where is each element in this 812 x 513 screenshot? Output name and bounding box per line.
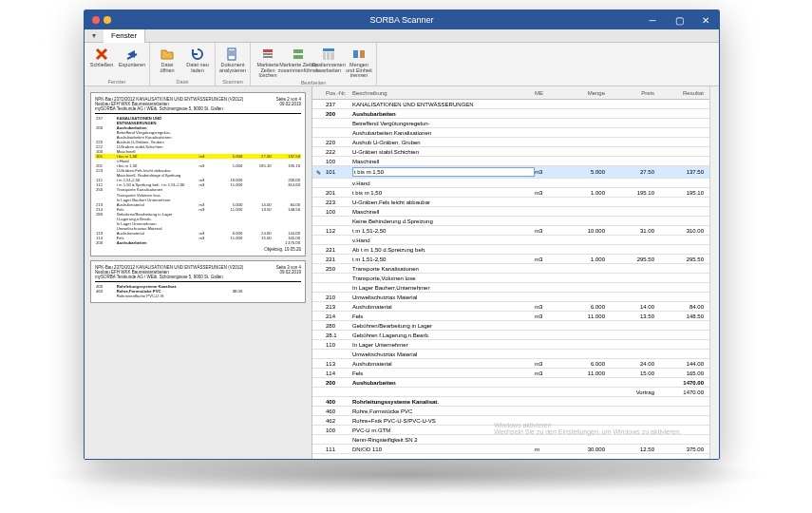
- cell-desc[interactable]: Transporte Kanalisationen: [350, 266, 535, 272]
- cell-me[interactable]: m3: [535, 190, 561, 196]
- cell-resultat[interactable]: 310.00: [660, 228, 709, 234]
- cell-desc[interactable]: [350, 167, 535, 177]
- cell-desc[interactable]: Aushubarbeiten: [350, 380, 535, 386]
- grid-row[interactable]: Umweltschutztax Material: [312, 350, 709, 359]
- col-desc[interactable]: Beschreibung: [350, 90, 535, 96]
- cell-desc[interactable]: Ab t m 1,50 d.Spreizung beh.: [350, 247, 535, 253]
- cell-menge[interactable]: 6.000: [561, 304, 611, 310]
- grid-row[interactable]: Nenn-Ringsteifigkeit SN 2: [312, 435, 709, 445]
- grid-row[interactable]: 201t bis m 1,50m31.000195.10195.10: [312, 188, 709, 198]
- col-pos[interactable]: Pos.-Nr.: [324, 90, 350, 96]
- cell-desc[interactable]: U-Gräben stabil.Schichten: [350, 149, 535, 155]
- cell-pos[interactable]: 110: [324, 342, 350, 348]
- grid-row[interactable]: Keine Behinderung d.Spreizung: [312, 217, 709, 226]
- cell-desc[interactable]: v.Hand: [350, 238, 535, 243]
- cell-pos[interactable]: 221: [324, 256, 350, 262]
- cell-menge[interactable]: 11.000: [561, 314, 611, 319]
- grid-row[interactable]: ✎101m35.00027.50137.50: [312, 166, 709, 179]
- spaltennamen-bearbeiten-button[interactable]: Spaltennamen bearbeiten: [315, 45, 342, 79]
- cell-desc[interactable]: t m 1,51-2,50: [350, 228, 535, 234]
- mengen-einheit-trennen-button[interactable]: Mengen und Einheit trennen: [346, 45, 372, 79]
- cell-pos[interactable]: 114: [324, 370, 350, 376]
- grid-row[interactable]: 400Rohrleitungssysteme Kanalisat.: [312, 397, 709, 407]
- cell-desc[interactable]: DN/OD 110: [350, 446, 535, 452]
- cell-pos[interactable]: 111: [324, 446, 350, 452]
- cell-desc[interactable]: Umweltschutztax Material: [350, 352, 535, 357]
- cell-desc[interactable]: Rohrleitungssysteme Kanalisat.: [350, 399, 535, 405]
- cell-preis[interactable]: 24.00: [611, 361, 660, 367]
- col-preis[interactable]: Preis: [611, 90, 660, 96]
- cell-me[interactable]: m3: [535, 228, 561, 234]
- grid-row[interactable]: Transporte,Volumen lose: [312, 274, 709, 283]
- cell-desc[interactable]: U-Gräben,Fels leicht abbaubar: [350, 200, 535, 205]
- grid-row[interactable]: Aushubarbeiten Kanalisationen: [312, 128, 709, 138]
- cell-desc[interactable]: Fels: [350, 370, 535, 376]
- cell-resultat[interactable]: 375.00: [660, 446, 709, 452]
- cell-pos[interactable]: 221: [324, 247, 350, 253]
- page-thumbnail-1[interactable]: NPK-Bau 237D/2012 KANALISATIONEN UND ENT…: [90, 92, 306, 256]
- cell-desc[interactable]: In Lager Unternehmer: [350, 342, 535, 348]
- cell-desc[interactable]: Aushubarbeiten Kanalisationen: [350, 130, 535, 136]
- cell-me[interactable]: m3: [535, 361, 561, 367]
- cell-preis[interactable]: 31.00: [611, 228, 660, 234]
- grid-row[interactable]: 237KANALISATIONEN UND ENTWÄSSERUNGEN: [312, 100, 709, 109]
- cell-desc[interactable]: t m 1,51-2,50: [350, 256, 535, 262]
- cell-menge[interactable]: 1.000: [561, 256, 611, 262]
- grid-row[interactable]: Betreffend Vergütungsregelun-: [312, 119, 709, 128]
- cell-me[interactable]: m3: [535, 256, 561, 262]
- grid-row[interactable]: 200Aushubarbeiten: [312, 109, 709, 119]
- cell-desc[interactable]: Aushubmaterial: [350, 304, 535, 310]
- schliessen-button[interactable]: Schließen: [88, 45, 115, 78]
- col-menge[interactable]: Menge: [561, 90, 611, 96]
- grid-row[interactable]: 214Felsm311.00013.50148.50: [312, 312, 709, 321]
- cell-pos[interactable]: 400: [324, 399, 350, 405]
- cell-pos[interactable]: 100: [324, 159, 350, 164]
- cell-pos[interactable]: 220: [324, 140, 350, 145]
- exportieren-button[interactable]: Exportieren: [119, 45, 145, 78]
- cell-pos[interactable]: 223: [324, 200, 350, 205]
- cell-desc[interactable]: Aushubarbeiten: [350, 111, 535, 117]
- vertical-scrollbar[interactable]: [709, 86, 719, 459]
- cell-desc[interactable]: KANALISATIONEN UND ENTWÄSSERUNGEN: [350, 102, 535, 107]
- cell-resultat[interactable]: 144.00: [660, 361, 709, 367]
- cell-menge[interactable]: 30.000: [561, 446, 611, 452]
- cell-pos[interactable]: 460: [324, 408, 350, 414]
- cell-menge[interactable]: 10.000: [561, 228, 611, 234]
- cell-desc[interactable]: Fels: [350, 314, 535, 319]
- grid-row[interactable]: v.Hand: [312, 179, 709, 188]
- cell-pos[interactable]: 237: [324, 102, 350, 107]
- cell-resultat[interactable]: 165.00: [660, 370, 709, 376]
- cell-preis[interactable]: 195.10: [611, 190, 660, 196]
- grid-row[interactable]: 250Transporte Kanalisationen: [312, 264, 709, 274]
- cell-desc[interactable]: v.Hand: [350, 180, 535, 186]
- grid-row[interactable]: 223U-Gräben,Fels leicht abbaubar: [312, 198, 709, 207]
- cell-preis[interactable]: Vortrag: [611, 390, 660, 395]
- cell-menge[interactable]: 5.000: [561, 169, 611, 175]
- grid-row[interactable]: 460Rohre,Formstücke PVC: [312, 407, 709, 416]
- col-resultat[interactable]: Resultat: [660, 90, 709, 96]
- grid-row[interactable]: 220Aushub U-Gräben, Gruben: [312, 138, 709, 147]
- cell-preis[interactable]: 13.50: [611, 314, 660, 319]
- cell-desc[interactable]: Keine Behinderung d.Spreizung: [350, 218, 535, 224]
- datei-neu-laden-button[interactable]: Datei neu laden: [184, 45, 211, 78]
- cell-pos[interactable]: 100: [324, 209, 350, 215]
- grid-row[interactable]: 28.1Gebühren f.Lagerung,n.Bearb.: [312, 331, 709, 340]
- grid-row[interactable]: In Lager Bauherr,Unternehmer: [312, 283, 709, 293]
- close-dot[interactable]: [92, 16, 100, 24]
- cell-resultat[interactable]: 1470.00: [660, 390, 709, 395]
- grid-row[interactable]: 100Maschinell: [312, 207, 709, 217]
- cell-desc[interactable]: Maschinell: [350, 209, 535, 215]
- grid-row[interactable]: 112t m 1,51-2,50m310.00031.00310.00: [312, 226, 709, 236]
- minimize-dot[interactable]: [104, 16, 111, 24]
- cell-pos[interactable]: 210: [324, 294, 350, 300]
- markierte-zeilen-zusammenfuehren-button[interactable]: Markierte Zeilen zusammenführen: [285, 45, 312, 79]
- grid-row[interactable]: 100Maschinell: [312, 157, 709, 166]
- cell-me[interactable]: m: [535, 446, 561, 452]
- cell-me[interactable]: m3: [535, 169, 561, 175]
- grid-row[interactable]: 113Aushubmaterialm36.00024.00144.00: [312, 359, 709, 369]
- cell-desc[interactable]: t bis m 1,50: [350, 190, 535, 196]
- col-me[interactable]: ME: [535, 90, 561, 96]
- cell-pos[interactable]: 214: [324, 314, 350, 319]
- markierte-zeilen-loeschen-button[interactable]: Markierte Zeilen löschen: [255, 45, 281, 79]
- grid-row[interactable]: 221Ab t m 1,50 d.Spreizung beh.: [312, 245, 709, 255]
